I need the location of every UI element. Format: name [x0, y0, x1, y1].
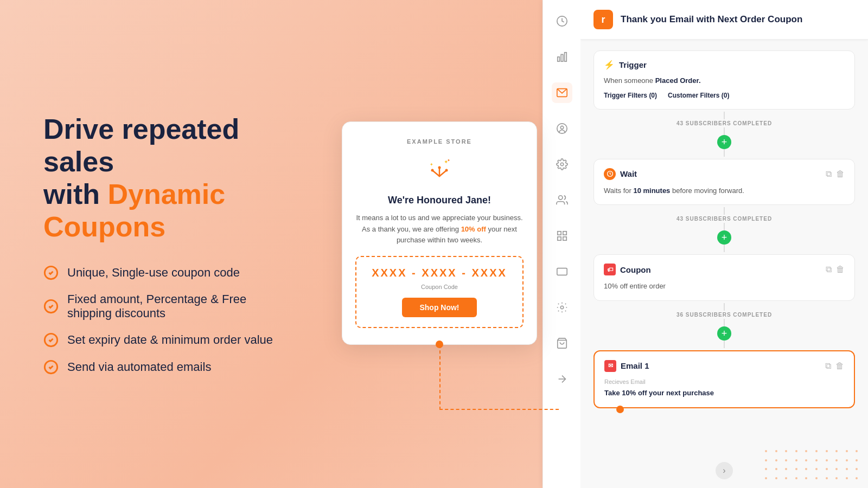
- email-label: Email 1: [621, 361, 649, 370]
- copy-icon-wait[interactable]: ⧉: [826, 169, 832, 179]
- trigger-card: ⚡ Trigger When someone Placed Order. Tri…: [593, 50, 855, 110]
- feature-item-3: Set expiry date & minimum order value: [43, 332, 293, 348]
- email-sublabel: Recieves Email: [604, 377, 844, 387]
- wait-card: Wait ⧉ 🗑 Waits for 10 minutes before mov…: [593, 159, 855, 206]
- headline-line1: Drive repeated sales: [43, 113, 239, 177]
- email-body: It means a lot to us and we appreciate y…: [355, 213, 524, 246]
- email-body-highlight: 10% off: [461, 225, 486, 233]
- email-card: EXAMPLE STORE ✦ ✦ ✦: [342, 121, 537, 345]
- email-card-container: EXAMPLE STORE ✦ ✦ ✦: [336, 121, 542, 345]
- subscribers-badge-2: 43 SUBSCRIBERS COMPLETED: [676, 215, 772, 223]
- coupon-icon: 🏷: [604, 264, 616, 275]
- coupon-title: 🏷 Coupon: [604, 264, 651, 275]
- connector-line-3c: [724, 341, 725, 348]
- sidebar-icon-mail[interactable]: [552, 82, 572, 103]
- left-content: Drive repeated sales with Dynamic Coupon…: [0, 81, 336, 407]
- check-icon-1: [43, 265, 59, 280]
- svg-line-6: [439, 171, 446, 176]
- wait-body: Waits for 10 minutes before moving forwa…: [604, 185, 845, 196]
- sidebar-icon-settings[interactable]: [552, 297, 572, 318]
- feature-list: Unique, Single-use coupon code Fixed amo…: [43, 265, 293, 375]
- connector-line-3a: [724, 303, 725, 311]
- connector-line-1a: [724, 112, 725, 119]
- sidebar-icon-users[interactable]: [552, 190, 572, 210]
- right-panel: r Thank you Email with Next Order Coupon…: [542, 0, 868, 488]
- trigger-filter-value: (0): [649, 92, 657, 99]
- add-step-btn-2[interactable]: +: [717, 230, 731, 245]
- card-connector-line: [439, 345, 441, 410]
- email-greeting: We're Honoured Jane!: [355, 195, 524, 206]
- svg-rect-16: [564, 53, 566, 62]
- email-body-main: Take 10% off your next purchase: [604, 389, 714, 397]
- trigger-filter-chip: Trigger Filters (0): [604, 91, 657, 100]
- delete-icon-coupon[interactable]: 🗑: [836, 265, 845, 274]
- card-bottom-dot: [436, 341, 443, 348]
- svg-rect-22: [557, 232, 560, 235]
- sidebar-icon-bag[interactable]: [552, 333, 572, 354]
- trigger-body-highlight: Placed Order.: [655, 76, 701, 85]
- email-workflow-card: ✉ Email 1 ⧉ 🗑 Recieves Email Take 10% of…: [593, 350, 855, 408]
- coupon-body: 10% off entire order: [604, 281, 845, 292]
- workflow-logo: r: [593, 10, 613, 29]
- store-name: EXAMPLE STORE: [355, 138, 524, 145]
- copy-icon-email[interactable]: ⧉: [825, 361, 831, 371]
- expand-chevron-button[interactable]: ›: [716, 462, 733, 479]
- svg-rect-23: [563, 232, 566, 235]
- copy-icon-coupon[interactable]: ⧉: [826, 265, 832, 274]
- sidebar-icon-user[interactable]: [552, 118, 572, 139]
- add-step-btn-1[interactable]: +: [717, 135, 731, 149]
- connector-1: 43 SUBSCRIBERS COMPLETED +: [593, 110, 855, 159]
- email-wf-body: Recieves Email Take 10% off your next pu…: [604, 377, 844, 399]
- svg-rect-26: [557, 268, 566, 275]
- customer-filter-label: Customer Filters: [668, 92, 719, 99]
- svg-point-18: [557, 124, 566, 133]
- connector-line-3b: [724, 319, 725, 326]
- shop-now-button[interactable]: Shop Now!: [402, 298, 476, 317]
- workflow-area: r Thank you Email with Next Order Coupon…: [580, 0, 868, 488]
- workflow-header: r Thank you Email with Next Order Coupon: [580, 0, 868, 40]
- svg-point-27: [560, 306, 564, 309]
- svg-point-21: [558, 196, 562, 200]
- coupon-body-text: 10% off entire order: [604, 282, 666, 290]
- email-icon: ✉: [604, 360, 616, 372]
- filter-row: Trigger Filters (0) Customer Filters (0): [604, 91, 845, 100]
- connector-line-2a: [724, 207, 725, 215]
- headline-line2: with: [43, 178, 107, 210]
- trigger-label: Trigger: [619, 60, 647, 69]
- sidebar-icon-clock[interactable]: [552, 11, 572, 31]
- dot-pattern: [760, 445, 868, 488]
- delete-icon-wait[interactable]: 🗑: [836, 169, 845, 179]
- check-icon-4: [43, 359, 59, 375]
- check-icon-3: [43, 332, 59, 348]
- sidebar-icon-arrow[interactable]: [552, 369, 572, 389]
- add-step-btn-3[interactable]: +: [717, 326, 731, 341]
- subscribers-badge-1: 43 SUBSCRIBERS COMPLETED: [676, 119, 772, 127]
- svg-rect-15: [561, 54, 563, 61]
- sidebar-icon-gear[interactable]: [552, 154, 572, 175]
- feature-text-4: Send via automated emails: [67, 360, 211, 374]
- delete-icon-email[interactable]: 🗑: [835, 361, 844, 371]
- connector-line-1c: [724, 149, 725, 157]
- trigger-filter-label: Trigger Filters: [604, 92, 647, 99]
- email-card-header: ✉ Email 1 ⧉ 🗑: [604, 360, 844, 372]
- coupon-card: 🏷 Coupon ⧉ 🗑 10% off entire order: [593, 254, 855, 301]
- wait-actions: ⧉ 🗑: [826, 169, 845, 179]
- trigger-body: When someone Placed Order. Trigger Filte…: [604, 75, 845, 100]
- svg-point-8: [431, 169, 434, 171]
- svg-line-5: [433, 171, 439, 176]
- workflow-title: Thank you Email with Next Order Coupon: [621, 14, 802, 25]
- coupon-card-header: 🏷 Coupon ⧉ 🗑: [604, 264, 845, 275]
- feature-item-2: Fixed amount, Percentage & Free shipping…: [43, 292, 293, 320]
- coupon-box: XXXX - XXXX - XXXX Coupon Code Shop Now!: [355, 256, 524, 328]
- svg-rect-14: [557, 57, 559, 61]
- sidebar-icon-rect[interactable]: [552, 261, 572, 282]
- feature-text-1: Unique, Single-use coupon code: [67, 266, 240, 280]
- headline: Drive repeated sales with Dynamic Coupon…: [43, 113, 293, 243]
- sidebar-icon-chart[interactable]: [552, 47, 572, 67]
- wait-clock-icon: [604, 168, 616, 180]
- coupon-actions: ⧉ 🗑: [826, 265, 845, 274]
- workflow-content: ⚡ Trigger When someone Placed Order. Tri…: [580, 40, 868, 488]
- sidebar-icon-grid[interactable]: [552, 226, 572, 246]
- sidebar: [542, 0, 580, 488]
- trigger-card-header: ⚡ Trigger: [604, 60, 845, 70]
